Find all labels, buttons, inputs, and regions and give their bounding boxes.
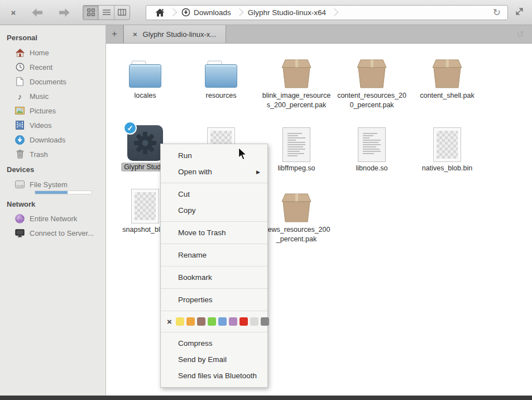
file-name: content_shell.pak xyxy=(420,92,474,99)
file-item-content-shell[interactable]: content_shell.pak xyxy=(413,51,482,101)
sidebar-item-label: Downloads xyxy=(30,136,65,144)
breadcrumb-home-button[interactable] xyxy=(151,6,169,20)
downloads-icon xyxy=(181,8,190,17)
menu-item-label: Properties xyxy=(178,296,213,304)
menu-item-send-by-email[interactable]: Send by Email xyxy=(161,351,267,368)
sidebar-item-label: Trash xyxy=(30,150,48,159)
sidebar-item-label: Videos xyxy=(30,121,52,130)
sidebar: Personal Home Recent Documents ♪ Music xyxy=(0,25,106,396)
sidebar-item-entire-network[interactable]: Entire Network xyxy=(0,212,106,226)
file-item-resources[interactable]: resources xyxy=(186,51,256,101)
icon-view-button[interactable] xyxy=(83,6,99,20)
tab-bar: + × Glyphr Studio-linux-x... ↺ xyxy=(106,25,532,44)
sidebar-item-documents[interactable]: Documents xyxy=(0,74,106,89)
menu-item-run[interactable]: Run xyxy=(161,147,267,164)
back-arrow-icon xyxy=(31,8,44,17)
package-icon xyxy=(354,58,389,89)
sidebar-item-home[interactable]: Home xyxy=(0,45,106,60)
sidebar-item-connect-to-server[interactable]: Connect to Server... xyxy=(0,226,106,241)
forward-button[interactable] xyxy=(55,4,74,20)
refresh-icon[interactable]: ↻ xyxy=(491,7,503,18)
file-name: content_resources_200_percent.pak xyxy=(337,92,406,109)
menu-item-bookmark[interactable]: Bookmark xyxy=(161,269,267,285)
color-tag-orange[interactable] xyxy=(186,317,195,326)
menu-item-send-files-via-bluetooth[interactable]: Send files via Bluetooth xyxy=(161,368,267,384)
menu-item-label: Send files via Bluetooth xyxy=(178,372,257,380)
menu-separator xyxy=(161,183,267,183)
color-tag-gray-dark[interactable] xyxy=(261,317,269,326)
file-item-content-resources[interactable]: content_resources_200_percent.pak xyxy=(337,51,406,109)
menu-separator xyxy=(161,288,267,289)
menu-item-copy[interactable]: Copy xyxy=(161,202,267,218)
color-tag-red[interactable] xyxy=(239,317,248,326)
menu-item-move-to-trash[interactable]: Move to Trash xyxy=(161,225,267,241)
menu-item-properties[interactable]: Properties xyxy=(161,292,267,308)
menu-item-label: Compress xyxy=(178,339,213,347)
menu-item-rename[interactable]: Rename xyxy=(161,247,267,263)
breadcrumb-item-label: Glyphr Studio-linux-x64 xyxy=(248,8,326,17)
file-item-libnode[interactable]: libnode.so xyxy=(337,124,406,173)
restore-closed-tab-icon[interactable]: ↺ xyxy=(517,29,532,40)
list-view-icon xyxy=(103,9,111,16)
menu-item-open-with[interactable]: Open with▶ xyxy=(161,164,267,180)
menu-separator xyxy=(161,332,267,332)
color-tag-blue[interactable] xyxy=(218,317,227,326)
sidebar-item-videos[interactable]: Videos xyxy=(0,118,106,132)
file-item-libffmpeg[interactable]: libffmpeg.so xyxy=(262,124,331,173)
column-view-button[interactable] xyxy=(114,6,130,20)
color-tag-gray-light[interactable] xyxy=(250,317,258,326)
sidebar-item-music[interactable]: ♪ Music xyxy=(0,89,106,103)
selected-check-badge: ✓ xyxy=(123,121,137,135)
menu-item-compress[interactable]: Compress xyxy=(161,335,267,351)
sidebar-item-label: File System xyxy=(30,180,68,189)
monitor-icon xyxy=(15,228,25,238)
fullscreen-toggle-button[interactable] xyxy=(515,7,524,18)
clear-color-button[interactable]: × xyxy=(167,317,172,326)
sidebar-item-label: Music xyxy=(30,92,49,101)
view-toggle-group xyxy=(83,5,130,20)
breadcrumb-separator xyxy=(169,8,177,16)
breadcrumb-item-downloads[interactable]: Downloads xyxy=(177,6,236,20)
sidebar-section-devices: Devices xyxy=(0,161,106,177)
sidebar-item-recent[interactable]: Recent xyxy=(0,60,106,74)
tab-close-icon[interactable]: × xyxy=(133,30,137,39)
list-view-button[interactable] xyxy=(99,6,114,20)
color-tag-brown[interactable] xyxy=(197,317,205,326)
sidebar-item-trash[interactable]: Trash xyxy=(0,147,106,161)
breadcrumb-item-label: Downloads xyxy=(194,8,231,17)
back-button[interactable] xyxy=(28,4,47,20)
menu-item-label: Copy xyxy=(178,206,196,215)
library-file-icon xyxy=(282,127,310,162)
file-item-views-resources[interactable]: views_resources_200_percent.pak xyxy=(262,185,331,244)
film-icon xyxy=(15,121,25,130)
music-note-icon: ♪ xyxy=(15,92,25,101)
breadcrumb: Downloads Glyphr Studio-linux-x64 ↻ xyxy=(146,5,508,20)
file-item-blink-image-resources[interactable]: blink_image_resources_200_percent.pak xyxy=(262,51,331,109)
network-globe-icon xyxy=(15,214,25,223)
color-tag-purple[interactable] xyxy=(229,317,237,326)
downloads-circle-icon xyxy=(15,135,25,145)
color-tag-green[interactable] xyxy=(208,317,216,326)
new-tab-button[interactable]: + xyxy=(106,25,123,43)
menu-separator xyxy=(161,266,267,266)
picture-icon xyxy=(15,106,25,116)
library-file-icon xyxy=(358,127,386,162)
file-item-natives-blob[interactable]: natives_blob.bin xyxy=(413,124,482,173)
sidebar-section-network: Network xyxy=(0,196,106,212)
tab-glyphr-studio[interactable]: × Glyphr Studio-linux-x... xyxy=(123,25,226,43)
hard-drive-icon xyxy=(15,180,25,189)
file-item-locales[interactable]: locales xyxy=(111,51,180,101)
sidebar-item-label: Pictures xyxy=(30,107,56,115)
sidebar-item-pictures[interactable]: Pictures xyxy=(0,103,106,118)
color-tag-yellow[interactable] xyxy=(176,317,184,326)
menu-item-cut[interactable]: Cut xyxy=(161,186,267,202)
sidebar-item-label: Documents xyxy=(30,78,66,86)
home-icon xyxy=(155,8,165,17)
document-icon xyxy=(15,77,25,87)
app-gear-icon: ✓ xyxy=(127,125,163,161)
breadcrumb-item-folder[interactable]: Glyphr Studio-linux-x64 xyxy=(243,6,330,20)
sidebar-item-file-system[interactable]: File System xyxy=(0,177,106,190)
sidebar-item-downloads[interactable]: Downloads xyxy=(0,132,106,147)
file-name: libffmpeg.so xyxy=(277,164,315,172)
window-close-icon[interactable]: × xyxy=(7,8,20,17)
